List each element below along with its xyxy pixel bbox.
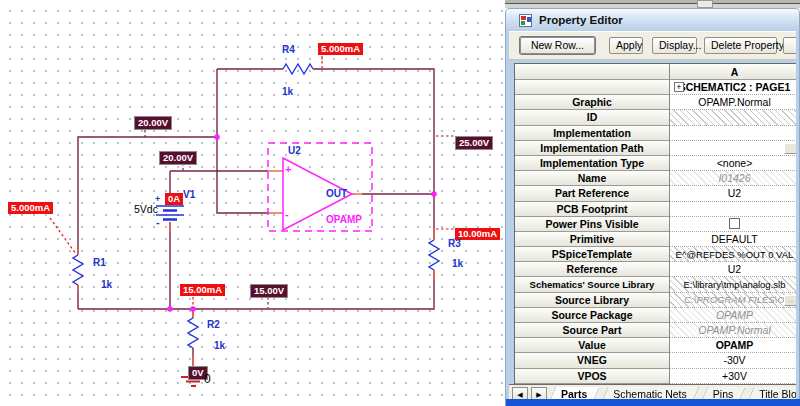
part-val-r1[interactable]: 1k	[101, 279, 112, 290]
property-name: PCB Footprint	[515, 202, 670, 217]
part-val-v1[interactable]: 5Vdc	[134, 203, 158, 215]
part-ref-v1[interactable]: V1	[183, 189, 195, 200]
property-name: PSpiceTemplate	[515, 247, 670, 262]
part-ref-r3[interactable]: R3	[448, 238, 461, 249]
property-row: Implementation Type<none>	[515, 156, 796, 171]
group-row-value-cell[interactable]: + SCHEMATIC2 : PAGE1	[670, 80, 796, 95]
current-label[interactable]: 15.00mA	[180, 284, 225, 296]
part-val-r2[interactable]: 1k	[214, 340, 225, 351]
property-row: Source PackageOPAMP	[515, 308, 796, 323]
apply-button[interactable]: Apply	[609, 37, 643, 54]
current-label[interactable]: 5.000mA	[8, 202, 53, 214]
property-value[interactable]: <none>	[670, 156, 796, 171]
browse-ellipsis-button[interactable]: ...	[784, 295, 796, 306]
property-value[interactable]	[670, 141, 796, 156]
resistor-r3	[429, 240, 439, 270]
property-row: NameI01426	[515, 171, 796, 186]
display-button[interactable]: Display...	[652, 37, 697, 54]
property-row: Source LibraryC:\PROGRAM FILES\O...	[515, 293, 796, 308]
property-value[interactable]: E:\library\tmp\analog.slb	[670, 277, 796, 292]
corner-header-cell	[515, 64, 670, 80]
property-row: VPOS+30V	[515, 369, 796, 384]
part-ref-r4[interactable]: R4	[282, 44, 295, 55]
property-value[interactable]: OPAMP.Normal	[670, 95, 796, 110]
expand-icon[interactable]: +	[674, 82, 684, 92]
battery-plus-mark: +	[155, 194, 160, 204]
part-ref-u2[interactable]: U2	[288, 145, 301, 156]
part-val-opamp[interactable]: OPAMP	[326, 214, 362, 225]
property-name: Source Package	[515, 308, 670, 323]
property-value[interactable]: +30V	[670, 369, 796, 384]
property-value[interactable]: E^@REFDES %OUT 0 VAL	[670, 247, 796, 262]
schematic-canvas[interactable]: 20.00V 20.00V 25.00V 15.00V 0V 5.000mA 5…	[0, 0, 505, 406]
pin-stubs	[78, 171, 434, 376]
current-label[interactable]: 0A	[165, 193, 183, 205]
property-value[interactable]	[670, 202, 796, 217]
property-row: Power Pins Visible	[515, 217, 796, 232]
group-row-name-cell	[515, 80, 670, 95]
property-value[interactable]	[670, 217, 796, 232]
voltage-label[interactable]: 20.00V	[159, 151, 197, 165]
property-row: PCB Footprint	[515, 202, 796, 217]
current-leaders	[50, 56, 454, 308]
property-value[interactable]: OPAMP	[670, 308, 796, 323]
property-value[interactable]: DEFAULT	[670, 232, 796, 247]
schematic-drawing	[0, 0, 505, 406]
property-row: Implementation Path	[515, 141, 796, 156]
power-pins-visible-checkbox[interactable]	[729, 218, 740, 229]
current-label[interactable]: 5.000mA	[318, 43, 363, 55]
property-name: Name	[515, 171, 670, 186]
window-title: Property Editor	[539, 14, 623, 26]
property-name: VPOS	[515, 369, 670, 384]
opamp-out-pin-label: OUT	[326, 188, 347, 199]
column-header-a[interactable]: A	[670, 64, 796, 80]
voltage-label[interactable]: 25.00V	[455, 136, 493, 150]
vdc-symbol[interactable]	[156, 206, 184, 220]
property-value[interactable]: U2	[670, 262, 796, 277]
property-editor-titlebar: Property Editor	[506, 9, 799, 31]
delete-property-button[interactable]: Delete Property	[704, 37, 777, 54]
cell-button[interactable]	[784, 143, 796, 154]
voltage-label[interactable]: 20.00V	[134, 116, 172, 130]
property-value[interactable]: I01426	[670, 171, 796, 186]
resistor-r1	[73, 255, 83, 285]
property-value[interactable]: C:\PROGRAM FILES\O...	[670, 293, 796, 308]
ground-ref[interactable]: 0	[204, 372, 211, 386]
property-row: GraphicOPAMP.Normal	[515, 95, 796, 110]
property-name: Implementation Path	[515, 141, 670, 156]
group-row-label: SCHEMATIC2 : PAGE1	[679, 81, 791, 93]
resistor-r4	[283, 64, 313, 74]
property-editor-window: Property Editor New Row... Apply Display…	[505, 8, 800, 406]
property-row: Implementation	[515, 126, 796, 141]
property-name: Graphic	[515, 95, 670, 110]
current-label[interactable]: 10.00mA	[455, 228, 500, 240]
property-row: ReferenceU2	[515, 262, 796, 277]
part-ref-r2[interactable]: R2	[207, 319, 220, 330]
property-name: Implementation Type	[515, 156, 670, 171]
property-name: Source Part	[515, 323, 670, 338]
opamp-minus-input: -	[285, 208, 289, 220]
part-val-r3[interactable]: 1k	[452, 258, 463, 269]
property-value[interactable]: U2	[670, 186, 796, 201]
property-name: ID	[515, 110, 670, 125]
property-editor-toolbar: New Row... Apply Display... Delete Prope…	[509, 31, 796, 60]
resistor-symbols[interactable]	[73, 64, 439, 348]
property-editor-icon	[519, 14, 532, 27]
property-value[interactable]: OPAMP.Normal	[670, 323, 796, 338]
property-value[interactable]: OPAMP	[670, 338, 796, 353]
property-name: VNEG	[515, 353, 670, 368]
part-val-r4[interactable]: 1k	[282, 86, 293, 97]
part-ref-r1[interactable]: R1	[93, 257, 106, 268]
property-name: Primitive	[515, 232, 670, 247]
wires[interactable]	[78, 69, 434, 377]
property-row: Source PartOPAMP.Normal	[515, 323, 796, 338]
property-value[interactable]	[670, 126, 796, 141]
property-row: VNEG-30V	[515, 353, 796, 368]
filter-button[interactable]: Filt	[783, 37, 796, 54]
property-value[interactable]: -30V	[670, 353, 796, 368]
property-value[interactable]	[670, 110, 796, 125]
property-name: Part Reference	[515, 186, 670, 201]
voltage-label[interactable]: 15.00V	[250, 284, 288, 298]
property-name: Source Library	[515, 293, 670, 308]
new-row-button[interactable]: New Row...	[520, 37, 595, 54]
